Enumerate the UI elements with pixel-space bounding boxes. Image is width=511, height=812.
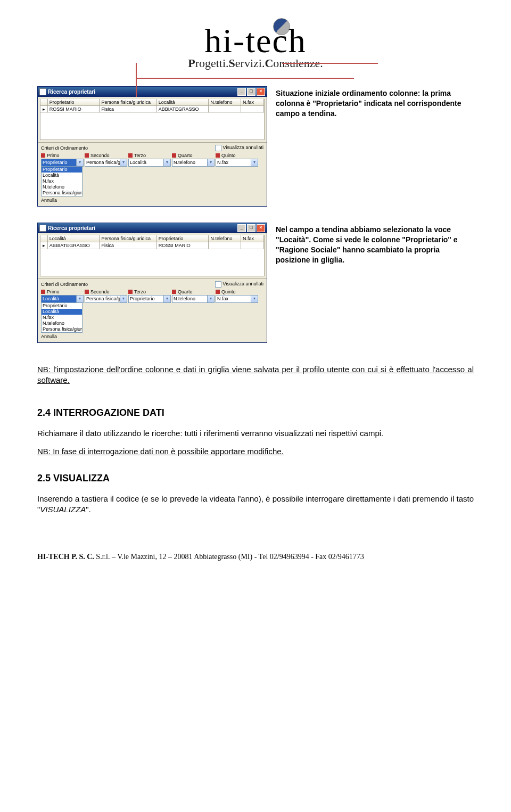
col-header[interactable]: Proprietario — [157, 235, 209, 242]
dropdown-option[interactable]: Persona fisica/giuridica — [42, 190, 82, 196]
dropdown-option[interactable]: Proprietario — [42, 167, 82, 173]
caption-2: Nel campo a tendina abbiamo selezionato … — [276, 223, 474, 343]
minimize-button[interactable]: _ — [237, 88, 246, 96]
grid-row[interactable]: ▸ ROSSI MARIO Fisica ABBIATEGRASSO — [40, 106, 264, 113]
chevron-down-icon: ▾ — [207, 159, 214, 166]
col-header[interactable]: Località — [157, 99, 209, 105]
row-marker-icon: ▸ — [40, 106, 48, 112]
col-header[interactable]: N.fax — [241, 235, 264, 242]
order-dropdown-1[interactable]: Località▾ — [41, 295, 84, 303]
logo-rule — [136, 63, 137, 97]
app-icon — [39, 225, 46, 232]
chevron-down-icon: ▾ — [163, 159, 170, 166]
order-marker-icon — [128, 153, 133, 158]
cell — [209, 106, 241, 112]
cell — [241, 106, 264, 112]
order-label: Quinto — [221, 153, 236, 158]
order-label: Terzo — [134, 289, 146, 294]
cell: ROSSI MARIO — [157, 242, 209, 249]
order-dropdown-2[interactable]: Persona fisica/giuri▾ — [85, 159, 127, 167]
cell — [241, 242, 264, 249]
chevron-down-icon: ▾ — [207, 296, 214, 302]
cancel-link[interactable]: Annulla — [41, 333, 263, 340]
show-deleted-checkbox[interactable] — [215, 281, 221, 288]
order-dropdown-5[interactable]: N.fax▾ — [216, 159, 258, 167]
col-header[interactable]: Persona fisica/giuridica — [100, 235, 156, 242]
page-footer: HI-TECH P. S. C. S.r.l. – V.le Mazzini, … — [37, 553, 474, 561]
footer-company: HI-TECH P. S. C. — [37, 553, 94, 561]
sort-criteria-panel: Criteri di Ordinamento Visualizza annull… — [38, 278, 267, 342]
order-dropdown-3[interactable]: Località▾ — [128, 159, 171, 167]
grid-row[interactable]: ▸ ABBIATEGRASSO Fisica ROSSI MARIO — [40, 242, 264, 249]
col-header[interactable]: N.telefono — [209, 99, 241, 105]
section-2-5-text-c: ". — [86, 505, 91, 514]
order-label: Quinto — [221, 289, 236, 294]
col-header[interactable]: N.fax — [241, 99, 264, 105]
close-button[interactable]: × — [257, 224, 265, 232]
window-title: Ricerca proprietari — [48, 89, 95, 95]
dropdown-option[interactable]: Proprietario — [42, 303, 82, 309]
section-2-5-emphasis: VISUALIZZA — [40, 505, 86, 514]
screenshot-1-window: Ricerca proprietari _ □ × Proprietario P… — [37, 86, 267, 207]
dropdown-option[interactable]: Località — [42, 173, 82, 178]
dropdown-option[interactable]: Persona fisica/giuridica — [42, 326, 82, 332]
cell: Fisica — [100, 106, 156, 112]
data-grid: Proprietario Persona fisica/giuridica Lo… — [40, 99, 265, 140]
chevron-down-icon: ▾ — [251, 159, 258, 166]
chevron-down-icon: ▾ — [76, 296, 83, 302]
maximize-button[interactable]: □ — [247, 224, 256, 232]
col-header[interactable]: Proprietario — [48, 99, 100, 105]
cancel-link[interactable]: Annulla — [41, 196, 263, 204]
section-2-5-title: 2.5 VISUALIZZA — [37, 473, 474, 484]
dropdown-option[interactable]: Località — [42, 309, 82, 315]
dropdown-list: Proprietario Località N.fax N.telefono P… — [41, 167, 83, 196]
order-label: Quarto — [178, 153, 193, 158]
order-dropdown-2[interactable]: Persona fisica/giuri▾ — [85, 295, 127, 303]
section-2-4-note: NB: In fase di interrogazione dati non è… — [37, 447, 284, 456]
chevron-down-icon: ▾ — [251, 296, 258, 302]
dropdown-option[interactable]: N.fax — [42, 178, 82, 184]
cell: ROSSI MARIO — [48, 106, 100, 112]
order-label: Secondo — [90, 289, 110, 294]
note-1: NB: l'impostazione dell'ordine colonne e… — [37, 364, 474, 386]
order-dropdown-4[interactable]: N.telefono▾ — [172, 159, 215, 167]
order-dropdown-4[interactable]: N.telefono▾ — [172, 295, 215, 303]
section-2-5-text-a: Inserendo a tastiera il codice (e se lo … — [37, 494, 474, 514]
col-header[interactable]: Persona fisica/giuridica — [100, 99, 156, 105]
show-deleted-label: Visualizza annullati — [223, 281, 263, 286]
minimize-button[interactable]: _ — [237, 224, 246, 232]
order-dropdown-5[interactable]: N.fax▾ — [216, 295, 258, 303]
dropdown-option[interactable]: N.fax — [42, 315, 82, 321]
grid-header-row: Località Persona fisica/giuridica Propri… — [40, 235, 264, 242]
order-marker-icon — [172, 153, 176, 158]
criteria-label: Criteri di Ordinamento — [41, 282, 88, 287]
order-dropdown-1[interactable]: Proprietario▾ — [41, 159, 84, 167]
screenshot-2-window: Ricerca proprietari _ □ × Località Perso… — [37, 223, 267, 343]
order-marker-icon — [85, 153, 89, 158]
chevron-down-icon: ▾ — [120, 159, 127, 166]
cell — [209, 242, 241, 249]
row-marker-icon: ▸ — [40, 242, 48, 249]
row-marker-header — [40, 99, 48, 105]
order-marker-icon — [128, 290, 133, 294]
close-button[interactable]: × — [257, 88, 265, 96]
cell: ABBIATEGRASSO — [157, 106, 209, 112]
window-title: Ricerca proprietari — [48, 225, 95, 231]
titlebar: Ricerca proprietari _ □ × — [38, 223, 267, 233]
order-dropdown-3[interactable]: Proprietario▾ — [128, 295, 171, 303]
dropdown-option[interactable]: N.telefono — [42, 184, 82, 190]
maximize-button[interactable]: □ — [247, 88, 256, 96]
logo-text: hi-tech — [204, 21, 307, 61]
dropdown-list: Proprietario Località N.fax N.telefono P… — [41, 303, 83, 333]
section-2-4-paragraph: Richiamare il dato utilizzando le ricerc… — [37, 428, 474, 439]
dropdown-option[interactable]: N.telefono — [42, 321, 82, 326]
order-label: Primo — [47, 153, 60, 158]
logo-rule — [136, 78, 354, 79]
sort-criteria-panel: Criteri di Ordinamento Visualizza annull… — [38, 142, 267, 206]
col-header[interactable]: N.telefono — [209, 235, 241, 242]
col-header[interactable]: Località — [48, 235, 100, 242]
show-deleted-checkbox[interactable] — [215, 145, 221, 151]
order-label: Terzo — [134, 153, 146, 158]
logo-sub-p: P — [188, 56, 195, 70]
titlebar: Ricerca proprietari _ □ × — [38, 87, 267, 97]
